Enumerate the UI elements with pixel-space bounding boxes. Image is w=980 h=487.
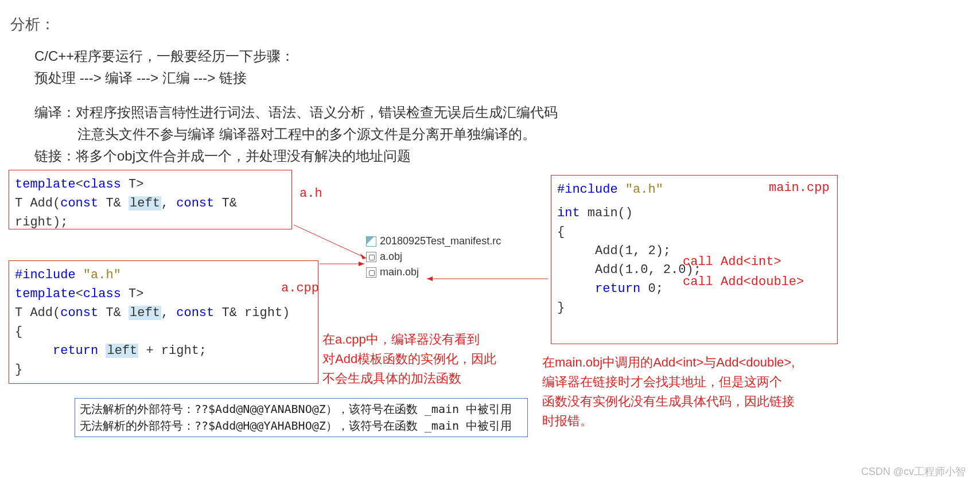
acpp-line-4: { bbox=[15, 322, 312, 341]
kw-template: template bbox=[15, 287, 76, 301]
kw-include: #include bbox=[557, 182, 625, 197]
param-left: left bbox=[129, 196, 161, 211]
t: , bbox=[161, 306, 176, 320]
var-left: left bbox=[106, 344, 138, 358]
file-row: 20180925Test_manifest.rc bbox=[366, 235, 501, 247]
annotation-call-double: call Add<double> bbox=[683, 272, 804, 292]
arrow-acpp-to-aobj bbox=[318, 261, 370, 267]
linker-error-line-2: 无法解析的外部符号：??$Add@H@@YAHABHO@Z），该符号在函数 _m… bbox=[80, 418, 523, 434]
kw-const: const bbox=[176, 306, 214, 320]
kw-class: class bbox=[83, 177, 121, 192]
t: T> bbox=[121, 177, 144, 192]
kw-const: const bbox=[176, 196, 214, 211]
note-main-line-2: 编译器在链接时才会找其地址，但是这两个 bbox=[542, 372, 782, 392]
note-main-line-4: 时报错。 bbox=[542, 411, 593, 431]
include-str: "a.h" bbox=[83, 268, 121, 282]
acpp-line-5: return left + right; bbox=[15, 341, 312, 360]
rc-file-icon bbox=[366, 236, 376, 247]
code-box-a-h: template<class T> T Add(const T& left, c… bbox=[9, 170, 292, 229]
param-left: left bbox=[129, 306, 161, 320]
note-acpp-line-3: 不会生成具体的加法函数 bbox=[322, 369, 461, 388]
body-line-5: 链接：将多个obj文件合并成一个，并处理没有解决的地址问题 bbox=[34, 147, 411, 165]
file-row: a.obj bbox=[366, 251, 501, 263]
label-a-cpp: a.cpp bbox=[281, 281, 319, 295]
file-row: main.obj bbox=[366, 266, 501, 278]
kw-return: return bbox=[595, 282, 640, 296]
svg-line-0 bbox=[294, 225, 366, 258]
t: main() bbox=[580, 206, 633, 220]
main-line-3: { bbox=[557, 223, 831, 241]
kw-class: class bbox=[83, 287, 121, 301]
call-add-int: Add(1, 2); bbox=[595, 244, 671, 258]
acpp-line-1: #include "a.h" bbox=[15, 266, 312, 285]
body-line-1: C/C++程序要运行，一般要经历一下步骤： bbox=[34, 47, 294, 65]
kw-int: int bbox=[557, 206, 580, 220]
file-list: 20180925Test_manifest.rc a.obj main.obj bbox=[366, 235, 501, 282]
spacer bbox=[557, 199, 831, 204]
main-line-2: int main() bbox=[557, 204, 831, 223]
label-main-cpp: main.cpp bbox=[769, 181, 830, 195]
t: < bbox=[76, 177, 83, 192]
t: T& bbox=[98, 196, 129, 211]
linker-error-line-1: 无法解析的外部符号：??$Add@N@@YANABNO@Z），该符号在函数 _m… bbox=[80, 401, 523, 418]
kw-const: const bbox=[60, 306, 98, 320]
annotation-call-int: call Add<int> bbox=[683, 252, 781, 272]
label-a-h: a.h bbox=[300, 186, 322, 201]
obj-file-icon bbox=[366, 267, 376, 278]
main-line-7: } bbox=[557, 298, 831, 317]
t: T& bbox=[98, 306, 129, 320]
kw-template: template bbox=[15, 177, 76, 192]
linker-error-box: 无法解析的外部符号：??$Add@N@@YANABNO@Z），该符号在函数 _m… bbox=[75, 398, 528, 437]
note-acpp-line-2: 对Add模板函数的实例化，因此 bbox=[322, 349, 496, 369]
note-acpp-line-1: 在a.cpp中，编译器没有看到 bbox=[322, 330, 480, 349]
t: , bbox=[161, 196, 176, 211]
kw-include: #include bbox=[15, 268, 83, 282]
t bbox=[98, 344, 106, 358]
svg-marker-1 bbox=[360, 254, 366, 259]
t: 0; bbox=[640, 282, 663, 296]
t: < bbox=[76, 287, 83, 301]
section-title: 分析： bbox=[10, 14, 55, 34]
include-str: "a.h" bbox=[625, 182, 663, 197]
acpp-line-2: template<class T> bbox=[15, 285, 312, 303]
body-line-4: 注意头文件不参与编译 编译器对工程中的多个源文件是分离开单独编译的。 bbox=[77, 125, 536, 143]
file-name: main.obj bbox=[380, 266, 419, 278]
t: T> bbox=[121, 287, 144, 301]
note-main-line-1: 在main.obj中调用的Add<int>与Add<double>, bbox=[542, 353, 795, 372]
t: T& right) bbox=[214, 306, 290, 320]
ah-line-1: template<class T> bbox=[15, 175, 286, 194]
svg-marker-3 bbox=[359, 262, 364, 266]
t: + right; bbox=[138, 344, 207, 358]
obj-file-icon bbox=[366, 252, 376, 262]
file-name: 20180925Test_manifest.rc bbox=[380, 235, 501, 247]
t: T Add( bbox=[15, 306, 60, 320]
t: T Add( bbox=[15, 196, 60, 211]
file-name: a.obj bbox=[380, 251, 402, 263]
body-line-3: 编译：对程序按照语言特性进行词法、语法、语义分析，错误检查无误后生成汇编代码 bbox=[34, 103, 558, 122]
kw-return: return bbox=[53, 344, 98, 358]
kw-const: const bbox=[60, 196, 98, 211]
acpp-line-3: T Add(const T& left, const T& right) bbox=[15, 303, 312, 322]
note-main-line-3: 函数没有实例化没有生成具体代码，因此链接 bbox=[542, 392, 795, 411]
body-line-2: 预处理 ---> 编译 ---> 汇编 ---> 链接 bbox=[34, 69, 247, 87]
code-box-a-cpp: #include "a.h" template<class T> T Add(c… bbox=[9, 260, 318, 384]
watermark: CSDN @cv工程师小智 bbox=[861, 465, 966, 478]
ah-line-2: T Add(const T& left, const T& right); bbox=[15, 194, 286, 232]
acpp-line-6: } bbox=[15, 360, 312, 379]
